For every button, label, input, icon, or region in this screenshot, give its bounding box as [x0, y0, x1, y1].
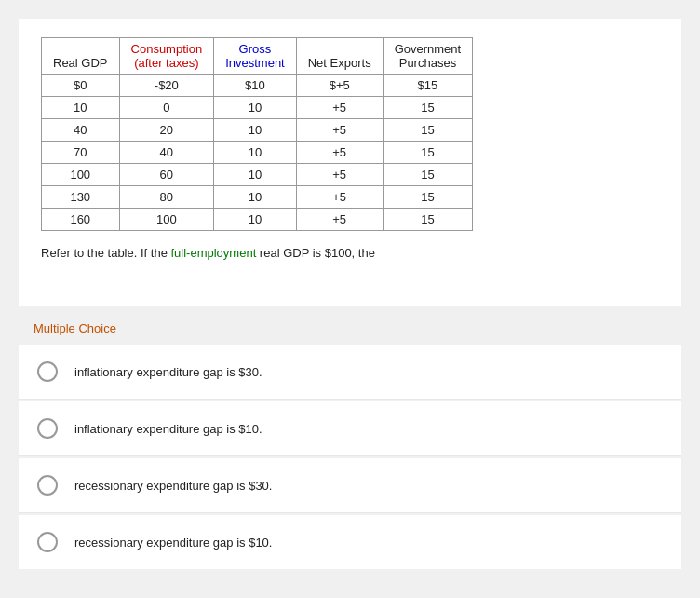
cell-investment: 10 — [214, 142, 297, 164]
refer-text: Refer to the table. If the full-employme… — [41, 246, 659, 260]
cell-gdp: 70 — [42, 142, 120, 164]
cell-consumption: 20 — [119, 119, 214, 142]
radio-button-3[interactable] — [37, 475, 58, 496]
cell-consumption: 40 — [119, 142, 214, 164]
cell-investment: 10 — [214, 209, 297, 231]
data-table: Real GDP Consumption(after taxes) GrossI… — [41, 37, 473, 231]
mc-option-3[interactable]: recessionary expenditure gap is $30. — [19, 458, 681, 513]
table-row: $0 -$20 $10 $+5 $15 — [42, 75, 473, 97]
cell-gdp: 40 — [42, 119, 120, 142]
main-content: Real GDP Consumption(after taxes) GrossI… — [19, 19, 681, 306]
cell-consumption: 80 — [119, 186, 214, 209]
highlight-text: full-employment — [170, 246, 256, 260]
mc-option-2[interactable]: inflationary expenditure gap is $10. — [19, 401, 681, 456]
cell-gov: 15 — [383, 142, 473, 164]
multiple-choice-section: Multiple Choice inflationary expenditure… — [19, 306, 681, 569]
cell-gov: 15 — [383, 186, 473, 209]
cell-gdp: 130 — [42, 186, 120, 209]
cell-net-exports: +5 — [296, 186, 383, 209]
cell-gov: 15 — [383, 119, 473, 142]
cell-consumption: -$20 — [119, 75, 214, 97]
cell-net-exports: +5 — [296, 119, 383, 142]
cell-investment: $10 — [214, 75, 297, 97]
cell-consumption: 0 — [119, 97, 214, 119]
option-text-4: recessionary expenditure gap is $10. — [74, 536, 272, 550]
cell-net-exports: +5 — [296, 164, 383, 186]
cell-consumption: 60 — [119, 164, 214, 186]
col-header-net-exports: Net Exports — [296, 38, 383, 75]
cell-gdp: 10 — [42, 97, 120, 119]
option-text-1: inflationary expenditure gap is $30. — [74, 365, 262, 379]
cell-net-exports: +5 — [296, 142, 383, 164]
cell-investment: 10 — [214, 164, 297, 186]
col-header-gdp: Real GDP — [42, 38, 120, 75]
col-header-gov: GovernmentPurchases — [383, 38, 473, 75]
table-row: 70 40 10 +5 15 — [42, 142, 473, 164]
cell-gov: 15 — [383, 97, 473, 119]
cell-gdp: 100 — [42, 164, 120, 186]
cell-gdp: $0 — [42, 75, 120, 97]
radio-button-1[interactable] — [37, 361, 58, 382]
cell-net-exports: +5 — [296, 97, 383, 119]
cell-investment: 10 — [214, 97, 297, 119]
table-row: 40 20 10 +5 15 — [42, 119, 473, 142]
cell-net-exports: +5 — [296, 209, 383, 231]
table-row: 10 0 10 +5 15 — [42, 97, 473, 119]
cell-gov: 15 — [383, 164, 473, 186]
cell-gdp: 160 — [42, 209, 120, 231]
cell-investment: 10 — [214, 186, 297, 209]
radio-button-2[interactable] — [37, 418, 58, 439]
cell-gov: $15 — [383, 75, 473, 97]
option-text-2: inflationary expenditure gap is $10. — [74, 422, 262, 436]
cell-investment: 10 — [214, 119, 297, 142]
option-text-3: recessionary expenditure gap is $30. — [74, 479, 272, 493]
col-header-consumption: Consumption(after taxes) — [119, 38, 214, 75]
radio-button-4[interactable] — [37, 532, 58, 552]
table-row: 130 80 10 +5 15 — [42, 186, 473, 209]
table-row: 100 60 10 +5 15 — [42, 164, 473, 186]
cell-gov: 15 — [383, 209, 473, 231]
mc-label: Multiple Choice — [19, 316, 681, 345]
mc-option-4[interactable]: recessionary expenditure gap is $10. — [19, 515, 681, 569]
cell-net-exports: $+5 — [296, 75, 383, 97]
mc-options-container: inflationary expenditure gap is $30. inf… — [19, 345, 681, 569]
cell-consumption: 100 — [119, 209, 214, 231]
mc-option-1[interactable]: inflationary expenditure gap is $30. — [19, 345, 681, 400]
col-header-investment: GrossInvestment — [214, 38, 297, 75]
table-row: 160 100 10 +5 15 — [42, 209, 473, 231]
